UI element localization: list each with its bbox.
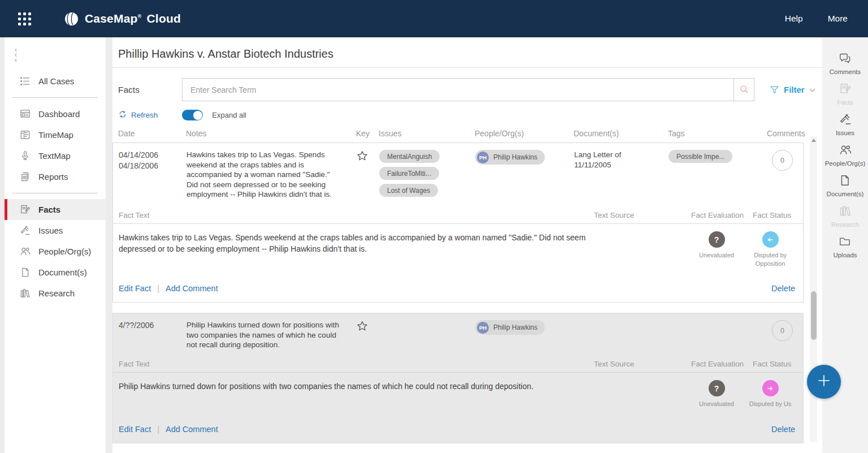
fact-people: PHPhilip Hawkins bbox=[475, 150, 574, 205]
comments-count-badge[interactable]: 0 bbox=[772, 320, 793, 341]
globe-icon bbox=[64, 11, 79, 27]
sidebar-collapse-handle[interactable]: ‹‹‹ bbox=[15, 48, 21, 63]
rightbar-item-document-s[interactable]: Document(s) bbox=[827, 174, 864, 197]
fact-tags: Possible Impe... bbox=[669, 150, 767, 205]
scrollbar-up-arrow[interactable] bbox=[811, 139, 816, 142]
fact-evaluation[interactable]: ? Unevaluated bbox=[689, 380, 744, 408]
sidebar-item-label: Reports bbox=[38, 172, 68, 182]
issue-chip[interactable]: Lost of Wages bbox=[379, 184, 438, 197]
person-name: Philip Hawkins bbox=[493, 323, 537, 331]
column-header-people-org-s: People/Org(s) bbox=[475, 129, 574, 138]
scrollbar-thumb[interactable] bbox=[811, 291, 817, 340]
more-link[interactable]: More bbox=[828, 14, 848, 24]
rightbar-item-people-org-s[interactable]: People/Org(s) bbox=[825, 144, 866, 167]
add-comment-link[interactable]: Add Comment bbox=[166, 284, 218, 293]
add-fact-button[interactable] bbox=[807, 365, 841, 399]
sidebar-item-issues[interactable]: Issues bbox=[5, 220, 106, 241]
edit-fact-link[interactable]: Edit Fact bbox=[119, 284, 151, 293]
sidebar-item-all-cases[interactable]: All Cases bbox=[5, 71, 106, 92]
fact-status[interactable]: Disputed by Opposition bbox=[743, 231, 797, 269]
section-label: Facts bbox=[118, 85, 182, 95]
fact-status[interactable]: Disputed by Us bbox=[743, 380, 797, 408]
help-link[interactable]: Help bbox=[785, 14, 803, 24]
sidebar-item-timemap[interactable]: TimeMap bbox=[5, 124, 106, 145]
sidebar-divider bbox=[12, 193, 98, 193]
comments-count-badge[interactable]: 0 bbox=[772, 150, 793, 171]
fact-text: Hawkins takes trip to Las Vegas. Spends … bbox=[119, 232, 598, 255]
delete-fact-link[interactable]: Delete bbox=[771, 425, 795, 434]
people-icon bbox=[839, 144, 852, 158]
fact-evaluation-label: Unevaluated bbox=[689, 251, 744, 260]
casemap-cloud-window: CaseMap® Cloud Help More ‹‹‹ All CasesDa… bbox=[0, 0, 868, 453]
sidebar-item-document-s[interactable]: Document(s) bbox=[5, 262, 106, 283]
fact-issues: MentalAnguishFailureToMiti...Lost of Wag… bbox=[379, 150, 475, 205]
column-header-issues: Issues bbox=[379, 129, 475, 138]
refresh-button[interactable]: Refresh bbox=[118, 110, 158, 120]
delete-fact-link[interactable]: Delete bbox=[771, 284, 795, 293]
fact-people: PHPhilip Hawkins bbox=[475, 320, 574, 354]
casemap-cloud-logo: CaseMap® Cloud bbox=[64, 11, 181, 27]
sidebar-item-facts[interactable]: Facts bbox=[5, 199, 106, 220]
key-star-icon[interactable] bbox=[357, 321, 368, 332]
fact-date: 04/14/200604/18/2006 bbox=[119, 150, 186, 205]
rightbar-item-comments[interactable]: Comments bbox=[830, 52, 861, 75]
issue-chip[interactable]: FailureToMiti... bbox=[379, 167, 439, 180]
fact-evaluation-label: Unevaluated bbox=[689, 400, 744, 408]
issue-chip[interactable]: MentalAnguish bbox=[379, 150, 440, 163]
list-controls: Refresh Expand all bbox=[112, 101, 822, 120]
sidebar-item-reports[interactable]: Reports bbox=[5, 166, 106, 187]
add-comment-link[interactable]: Add Comment bbox=[166, 425, 218, 434]
status-arrow-left-icon bbox=[762, 231, 779, 248]
search-controls: Facts Filter bbox=[112, 68, 822, 101]
topbar-links: Help More bbox=[785, 14, 848, 24]
fact-status-column-header: Fact Status bbox=[753, 211, 791, 219]
fact-notes: Philip Hawkins turned down for positions… bbox=[186, 320, 357, 354]
rightbar-item-facts: Facts bbox=[837, 83, 853, 106]
list-icon bbox=[20, 76, 31, 87]
expand-all-toggle[interactable] bbox=[182, 110, 203, 120]
fact-card-footer: Edit Fact | Add Comment Delete bbox=[113, 421, 803, 443]
expand-all-label: Expand all bbox=[212, 111, 246, 119]
person-chip[interactable]: PHPhilip Hawkins bbox=[475, 320, 545, 335]
person-name: Philip Hawkins bbox=[493, 153, 537, 161]
fact-tags bbox=[669, 320, 767, 354]
column-header-tags: Tags bbox=[668, 129, 767, 138]
search-input[interactable] bbox=[182, 78, 734, 101]
chevron-down-icon bbox=[809, 88, 815, 92]
person-chip[interactable]: PHPhilip Hawkins bbox=[475, 150, 545, 165]
sidebar-item-label: Dashboard bbox=[38, 109, 80, 119]
fact-documents bbox=[574, 320, 669, 354]
sidebar-item-research[interactable]: Research bbox=[5, 283, 106, 304]
rightbar-item-label: People/Org(s) bbox=[825, 160, 866, 167]
sidebar-item-textmap[interactable]: TextMap bbox=[5, 145, 106, 166]
brand-text: CaseMap® Cloud bbox=[85, 12, 181, 25]
document-name[interactable]: Lang Letter of 11/11/2005 bbox=[574, 150, 637, 170]
search-button[interactable] bbox=[734, 78, 754, 101]
document-icon bbox=[839, 174, 851, 189]
sidebar-item-label: People/Org(s) bbox=[38, 247, 91, 256]
fact-evaluation[interactable]: ? Unevaluated bbox=[689, 231, 744, 260]
rightbar-item-research: Research bbox=[831, 205, 859, 228]
fact-evaluation-column-header: Fact Evaluation bbox=[691, 211, 744, 219]
edit-fact-link[interactable]: Edit Fact bbox=[119, 425, 151, 434]
key-star-icon[interactable] bbox=[357, 150, 368, 162]
status-arrow-right-icon bbox=[762, 380, 779, 396]
rightbar-item-label: Document(s) bbox=[827, 191, 864, 197]
app-launcher-grid-icon[interactable] bbox=[18, 12, 31, 25]
sidebar-item-people-org-s[interactable]: People/Org(s) bbox=[5, 241, 106, 262]
facts-icon bbox=[20, 204, 31, 215]
facts-table-header: DateNotesKeyIssuesPeople/Org(s)Document(… bbox=[112, 120, 804, 143]
rightbar-item-issues[interactable]: Issues bbox=[836, 113, 854, 136]
filter-button[interactable]: Filter bbox=[770, 85, 815, 95]
main-content: Phillip Hawkins v. Anstar Biotech Indust… bbox=[112, 37, 822, 453]
tag-chip[interactable]: Possible Impe... bbox=[669, 150, 732, 163]
sidebar-item-label: All Cases bbox=[38, 76, 74, 86]
text-source-column-header: Text Source bbox=[594, 360, 634, 368]
filter-label: Filter bbox=[784, 85, 805, 94]
fact-date: 4/??/2006 bbox=[119, 320, 186, 354]
rightbar-item-uploads[interactable]: Uploads bbox=[833, 235, 857, 258]
sidebar-item-label: TimeMap bbox=[38, 130, 73, 140]
reports-icon bbox=[20, 171, 31, 182]
sidebar-item-dashboard[interactable]: Dashboard bbox=[5, 103, 106, 124]
plus-icon bbox=[815, 372, 833, 392]
